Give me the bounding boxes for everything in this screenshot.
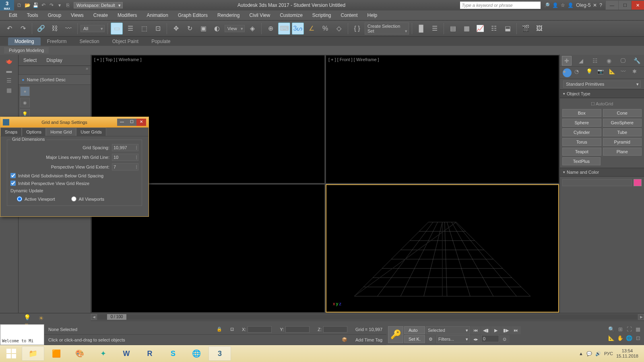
prim-sphere[interactable]: Sphere bbox=[562, 119, 601, 127]
category-dropdown[interactable]: Standard Primitives bbox=[563, 80, 641, 88]
fov-icon[interactable]: 📐 bbox=[607, 335, 616, 343]
project-icon[interactable]: ▾ bbox=[56, 2, 63, 9]
goto-start[interactable]: ⏮ bbox=[471, 326, 481, 334]
scale-button[interactable]: ▣ bbox=[197, 23, 209, 35]
named-selection-dropdown[interactable]: Create Selection Set bbox=[365, 23, 409, 35]
time-tag-icon[interactable]: 📦 bbox=[342, 337, 347, 342]
taskbar-skype[interactable]: S bbox=[162, 346, 184, 361]
cameras-cat[interactable]: 📷 bbox=[597, 68, 606, 77]
redo-button[interactable]: ↷ bbox=[17, 23, 29, 35]
viewport-front[interactable]: [ + ] [ Front ] [ Wireframe ] bbox=[326, 55, 559, 183]
menu-edit[interactable]: Edit bbox=[4, 10, 22, 21]
select-button[interactable]: ▭ bbox=[111, 23, 123, 35]
infocenter-icon[interactable]: 🔎 bbox=[544, 2, 550, 8]
dialog-tab-home-grid[interactable]: Home Grid bbox=[46, 128, 76, 136]
select-name-button[interactable]: ☰ bbox=[124, 23, 136, 35]
major-lines-input[interactable]: 10 bbox=[112, 154, 138, 161]
menu-civil-view[interactable]: Civil View bbox=[244, 10, 275, 21]
menu-tools[interactable]: Tools bbox=[22, 10, 43, 21]
exchange-icon[interactable]: ✕ bbox=[593, 2, 597, 8]
layer-button[interactable]: ▤ bbox=[447, 23, 459, 35]
render-frame-button[interactable]: 🖼 bbox=[533, 23, 545, 35]
ribbon-tab-freeform[interactable]: Freeform bbox=[41, 37, 73, 45]
tray-up-icon[interactable]: ▲ bbox=[579, 351, 583, 356]
edit-selection-button[interactable]: { } bbox=[351, 23, 363, 35]
motion-tab[interactable]: ◉ bbox=[604, 56, 614, 66]
hierarchy-tab[interactable]: ☷ bbox=[590, 56, 600, 66]
dialog-tab-options[interactable]: Options bbox=[22, 128, 46, 136]
grid-spacing-input[interactable]: 10,997 bbox=[112, 144, 138, 151]
taskbar-chrome[interactable]: 🌐 bbox=[185, 346, 208, 361]
next-frame[interactable]: ▮▶ bbox=[501, 326, 511, 334]
select-region-button[interactable]: ⬚ bbox=[138, 23, 150, 35]
lock-icon[interactable]: 🔒 bbox=[217, 327, 222, 332]
add-time-tag[interactable]: Add Time Tag bbox=[355, 337, 382, 342]
geometry-cat[interactable]: ● bbox=[563, 68, 572, 77]
auto-key-button[interactable]: Auto bbox=[404, 326, 425, 334]
rollout-object-type[interactable]: Object Type bbox=[560, 89, 644, 98]
max-toggle-icon[interactable]: ⊡ bbox=[634, 335, 642, 343]
light-filter-icon[interactable]: 💡 bbox=[24, 314, 32, 321]
menu-help[interactable]: Help bbox=[363, 10, 382, 21]
all-viewports-radio[interactable]: All Viewports bbox=[71, 196, 104, 202]
key-step-icon[interactable]: ◂▸ bbox=[471, 335, 481, 343]
menu-customize[interactable]: Customize bbox=[275, 10, 308, 21]
z-input[interactable] bbox=[323, 326, 347, 333]
ribbon-tab-object-paint[interactable]: Object Paint bbox=[106, 37, 145, 45]
time-next[interactable]: ▶ bbox=[638, 314, 644, 320]
toggle-ribbon-button[interactable]: ▦ bbox=[460, 23, 473, 35]
open-icon[interactable]: 📂 bbox=[24, 2, 31, 9]
prim-cylinder[interactable]: Cylinder bbox=[562, 128, 601, 136]
prim-pyramid[interactable]: Pyramid bbox=[603, 138, 642, 146]
ribbon-polygon-modeling[interactable]: Polygon Modeling bbox=[4, 47, 49, 53]
time-thumb[interactable]: 0 / 100 bbox=[107, 314, 126, 320]
object-color-swatch[interactable] bbox=[634, 179, 642, 186]
filters-dropdown[interactable]: Filters... bbox=[436, 335, 470, 343]
selection-filter-dropdown[interactable]: All bbox=[80, 25, 105, 32]
zoom-all-icon[interactable]: ⊞ bbox=[616, 326, 625, 334]
user-icon[interactable]: 👤 bbox=[568, 2, 574, 8]
snap-toggle-button[interactable]: 3ᔕ bbox=[292, 23, 304, 35]
grid-icon[interactable]: ▦ bbox=[5, 86, 13, 94]
taskbar-3dsmax[interactable]: 3 bbox=[208, 346, 231, 361]
orbit-icon[interactable]: 🌐 bbox=[625, 335, 634, 343]
schematic-button[interactable]: ☷ bbox=[488, 23, 500, 35]
prim-box[interactable]: Box bbox=[562, 109, 601, 117]
undo-button[interactable]: ↶ bbox=[3, 23, 15, 35]
autogrid-checkbox[interactable]: ☐ AutoGrid bbox=[562, 101, 642, 107]
viewport-perspective[interactable]: x y z bbox=[326, 184, 559, 313]
menu-rendering[interactable]: Rendering bbox=[213, 10, 244, 21]
maximize-button[interactable]: ☐ bbox=[618, 1, 631, 10]
prim-tube[interactable]: Tube bbox=[603, 128, 642, 136]
manipulate-button[interactable]: ⊕ bbox=[264, 23, 277, 35]
isolate-icon[interactable]: ⊡ bbox=[230, 327, 234, 332]
placement-button[interactable]: ◐ bbox=[211, 23, 223, 35]
time-slider[interactable]: 0 / 100 bbox=[97, 314, 638, 320]
favorite-icon[interactable]: ☆ bbox=[561, 2, 565, 8]
curve-editor-button[interactable]: 📈 bbox=[474, 23, 486, 35]
dialog-close[interactable]: ✕ bbox=[136, 119, 146, 126]
menu-graph-editors[interactable]: Graph Editors bbox=[173, 10, 213, 21]
zoom-extents-all-icon[interactable]: ▦ bbox=[634, 326, 642, 334]
user-name[interactable]: Oleg-5 bbox=[576, 2, 590, 8]
workspace-dropdown[interactable]: Workspace: Default bbox=[74, 2, 123, 8]
list-icon[interactable]: ☰ bbox=[5, 76, 13, 84]
dialog-tab-user-grids[interactable]: User Grids bbox=[76, 128, 106, 136]
utilities-tab[interactable]: 🔧 bbox=[632, 56, 642, 66]
spinner-snap-button[interactable]: ◇ bbox=[333, 23, 345, 35]
dialog-tab-snaps[interactable]: Snaps bbox=[0, 128, 22, 136]
tray-volume-icon[interactable]: 🔊 bbox=[595, 351, 601, 356]
prim-teapot[interactable]: Teapot bbox=[562, 148, 601, 156]
shapes-cat[interactable]: ◔ bbox=[574, 68, 583, 77]
ribbon-tab-populate[interactable]: Populate bbox=[145, 37, 177, 45]
create-tab[interactable]: ✚ bbox=[562, 56, 572, 66]
prim-torus[interactable]: Torus bbox=[562, 138, 601, 146]
lights-cat[interactable]: 💡 bbox=[586, 68, 595, 77]
render-setup-button[interactable]: 🎬 bbox=[520, 23, 532, 35]
display-icon[interactable]: ▬ bbox=[5, 67, 13, 75]
grid-extent-input[interactable]: 7 bbox=[112, 163, 138, 171]
move-button[interactable]: ✥ bbox=[170, 23, 182, 35]
tray-lang[interactable]: РУС bbox=[604, 351, 613, 356]
new-icon[interactable]: 🗋 bbox=[16, 2, 23, 9]
link-button[interactable]: 🔗 bbox=[35, 23, 47, 35]
